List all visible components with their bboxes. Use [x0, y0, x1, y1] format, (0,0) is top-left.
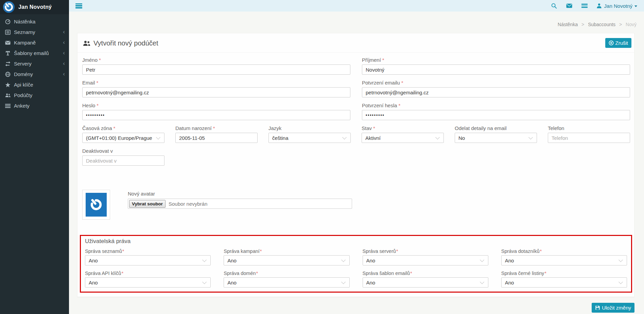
label-text: Správa dotazníků [501, 248, 540, 254]
field-email: Email* [82, 80, 350, 97]
potvrzeni-hesla-input[interactable] [362, 110, 630, 120]
sidebar-item-label: Domény [14, 71, 63, 77]
brand: Jan Novotný [0, 0, 69, 14]
deaktivovat-input[interactable] [82, 155, 164, 166]
cancel-button[interactable]: Zrušit [605, 38, 632, 48]
selected-value: Ano [89, 280, 207, 285]
sprava-cerne-listiny-select[interactable]: Ano [501, 277, 627, 288]
list-rows-icon[interactable] [581, 2, 588, 9]
sprava-kampani-select[interactable]: Ano [224, 255, 349, 265]
required-mark: * [398, 103, 400, 108]
selected-value: Aktivní [365, 135, 440, 141]
sidebar-item-servery[interactable]: Servery ‹ [0, 58, 69, 69]
label-text: Správa černé listiny [501, 271, 544, 276]
label-text: Datum narození [175, 125, 212, 131]
odeslat-detaily-label: Odelat detaily na email [455, 125, 537, 131]
sidebar-item-label: Seznamy [14, 29, 63, 35]
create-subaccount-panel: Vytvořit nový podúčet Zrušit Jméno* Příj… [77, 33, 634, 297]
file-status: Soubor nevybrán [169, 201, 207, 207]
avatar [82, 190, 110, 220]
sidebar-item-poducty[interactable]: Podúčty [0, 90, 69, 100]
cancel-circle-icon [609, 40, 614, 45]
label-text: Správa kampaní [224, 248, 260, 254]
field-sprava-domen: Správa domén* Ano [224, 271, 349, 288]
label-text: Správa API klíčů [85, 271, 121, 276]
topbar: Jan Novotný [69, 0, 644, 12]
stav-label: Stav* [362, 125, 444, 131]
sidebar-nav: Nástěnka Seznamy ‹ Kampaně ‹ Šablony ema… [0, 14, 69, 111]
breadcrumb-item-nastenka[interactable]: Nástěnka [558, 22, 578, 27]
required-mark: * [544, 271, 546, 276]
deaktivovat-label: Deaktivovat v [82, 148, 164, 154]
rights-grid: Správa seznamů* Ano Správa kampaní* Ano … [85, 248, 627, 288]
chevron-left-icon: ‹ [63, 71, 65, 77]
jazyk-label: Jazyk [268, 125, 351, 131]
avatar-file-input[interactable]: Vybrat soubor Soubor nevybrán [128, 199, 352, 209]
required-mark: * [97, 80, 99, 86]
mail-icon[interactable] [566, 2, 573, 9]
sidebar-item-label: Api klíče [14, 82, 65, 88]
sprava-sablon-select[interactable]: Ano [363, 277, 488, 288]
selected-value: Ano [227, 258, 346, 263]
potvrzeni-hesla-label: Potvrzení hesla* [362, 103, 630, 108]
telefon-input[interactable] [548, 133, 630, 143]
sprava-kampani-label: Správa kampaní* [224, 248, 349, 254]
jazyk-select[interactable]: čeština [268, 133, 351, 143]
sidebar-item-api-klice[interactable]: Api klíče [0, 79, 69, 90]
label-text: Jazyk [268, 125, 281, 131]
label-text: Příjmení [362, 57, 381, 63]
field-heslo: Heslo* [82, 103, 350, 120]
sidebar-item-nastenka[interactable]: Nástěnka [0, 16, 69, 27]
breadcrumb-item-subaccounts[interactable]: Subaccounts [588, 22, 615, 27]
potvrzeni-emailu-input[interactable] [362, 87, 630, 97]
sprava-domen-select[interactable]: Ano [224, 277, 349, 288]
field-sprava-api-klicu: Správa API klíčů* Ano [85, 271, 211, 288]
sprava-api-klicu-label: Správa API klíčů* [85, 271, 211, 276]
required-mark: * [396, 248, 398, 254]
prijmeni-input[interactable] [362, 64, 630, 75]
required-mark: * [410, 271, 412, 276]
casova-zona-select[interactable]: (GMT+01:00) Europe/Prague [82, 133, 164, 143]
label-text: Deaktivovat v [82, 148, 113, 154]
odeslat-detaily-select[interactable]: No [455, 133, 537, 143]
label-text: Odelat detaily na email [455, 125, 507, 131]
sidebar-item-label: Kampaně [14, 40, 63, 45]
sidebar-item-kampane[interactable]: Kampaně ‹ [0, 37, 69, 48]
sidebar-item-seznamy[interactable]: Seznamy ‹ [0, 27, 69, 37]
search-icon[interactable] [551, 2, 557, 9]
email-input[interactable] [82, 87, 350, 97]
required-mark: * [373, 125, 375, 131]
selected-value: No [458, 135, 533, 141]
sidebar: Jan Novotný Nástěnka Seznamy ‹ Kampaně ‹… [0, 0, 69, 314]
label-text: Časová zóna [82, 125, 112, 131]
field-telefon: Telefon [548, 125, 630, 143]
save-button[interactable]: Uložit změny [592, 303, 634, 313]
choose-file-button[interactable]: Vybrat soubor [129, 200, 166, 208]
label-text: Správa seznamů [85, 248, 122, 254]
breadcrumb-separator: > [581, 22, 584, 27]
sprava-api-klicu-select[interactable]: Ano [85, 277, 211, 288]
sidebar-item-sablony[interactable]: Šablony emailů ‹ [0, 48, 69, 58]
selected-value: Ano [366, 258, 485, 263]
field-potvrzeni-hesla: Potvrzení hesla* [362, 103, 630, 120]
list-lines-icon [5, 103, 11, 109]
hamburger-menu-icon[interactable] [75, 3, 82, 8]
sprava-dotazniku-select[interactable]: Ano [501, 255, 627, 265]
sidebar-item-domeny[interactable]: Domény ‹ [0, 69, 69, 79]
label-text: Telefon [548, 125, 564, 131]
datum-narozeni-input[interactable] [175, 133, 258, 143]
sprava-serveru-select[interactable]: Ano [363, 255, 488, 265]
stav-select[interactable]: Aktivní [362, 133, 444, 143]
sidebar-item-label: Ankety [14, 103, 65, 109]
sidebar-item-ankety[interactable]: Ankety [0, 100, 69, 111]
jmeno-input[interactable] [82, 64, 350, 75]
selected-value: čeština [272, 135, 347, 141]
field-datum-narozeni: Datum narození* [175, 125, 258, 143]
required-mark: * [540, 248, 542, 254]
field-sprava-dotazniku: Správa dotazníků* Ano [501, 248, 627, 265]
field-deaktivovat: Deaktivovat v [82, 148, 164, 166]
heslo-input[interactable] [82, 110, 350, 120]
sidebar-item-label: Podúčty [14, 92, 65, 98]
sprava-seznamu-select[interactable]: Ano [85, 255, 211, 265]
user-menu[interactable]: Jan Novotný [596, 3, 637, 9]
